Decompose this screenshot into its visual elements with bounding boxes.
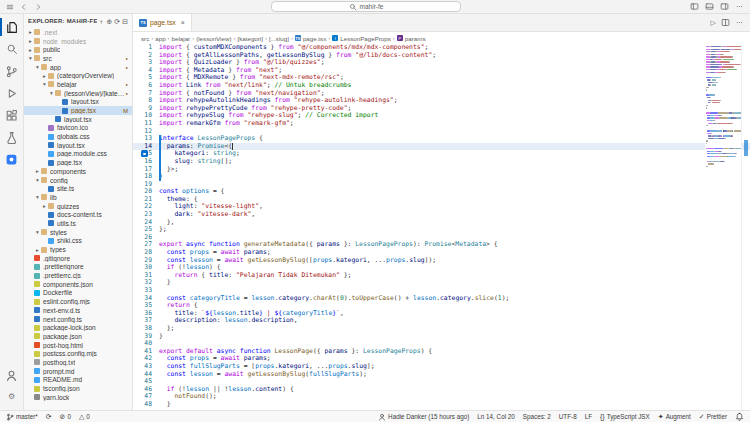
code-editor[interactable]: 1import { customMDXComponents } from "@/… xyxy=(133,44,750,410)
code-line-29[interactable]: 29 const lesson = await getLessonBySlug(… xyxy=(133,257,750,265)
code-line-18[interactable]: 18} xyxy=(133,173,750,181)
line-number[interactable]: 5 xyxy=(133,74,159,82)
tree-item-globals.css[interactable]: globals.css xyxy=(24,132,132,141)
tree-item-site.ts[interactable]: site.ts xyxy=(24,184,132,193)
breadcrumb--kategori-[interactable]: [kategori] xyxy=(237,35,262,42)
line-number[interactable]: 48 xyxy=(133,401,159,409)
tree-item-shiki.css[interactable]: shiki.css xyxy=(24,237,132,246)
more-icon[interactable] xyxy=(735,2,744,11)
code-line-46[interactable]: 46 if (!lesson || !lesson.content) { xyxy=(133,386,750,394)
code-line-31[interactable]: 31 return { title: "Pelajaran Tidak Dite… xyxy=(133,272,750,280)
close-icon[interactable]: × xyxy=(181,19,185,26)
tree-item-tsconfig.json[interactable]: tsconfig.json xyxy=(24,384,132,393)
line-number[interactable]: 1 xyxy=(133,44,159,52)
code-line-19[interactable]: 19 xyxy=(133,181,750,189)
code-line-32[interactable]: 32 } xyxy=(133,279,750,287)
tree-item-Dockerfile[interactable]: Dockerfile xyxy=(24,289,132,298)
collapse-all-icon[interactable]: ⊟ xyxy=(122,18,128,25)
line-number[interactable]: 2 xyxy=(133,52,159,60)
new-folder-icon[interactable]: ⊕ xyxy=(106,18,112,25)
breadcrumb--lessonView-[interactable]: (lessonView) xyxy=(196,35,231,42)
status-ln-14-col-20[interactable]: Ln 14, Col 20 xyxy=(477,413,514,420)
code-line-48[interactable]: 48 } xyxy=(133,401,750,409)
tree-item-package-lock.json[interactable]: package-lock.json xyxy=(24,323,132,332)
tree-item-components[interactable]: ▸components xyxy=(24,167,132,176)
forward-icon[interactable] xyxy=(34,3,42,11)
breadcrumb--...slug-[interactable]: [...slug] xyxy=(269,35,289,42)
tree-item-package.json[interactable]: package.json xyxy=(24,332,132,341)
tree-item-yarn.lock[interactable]: yarn.lock xyxy=(24,393,132,402)
line-number[interactable]: 3 xyxy=(133,59,159,67)
line-number[interactable]: 7 xyxy=(133,90,159,98)
tree-item-docs-content.ts[interactable]: docs-content.ts xyxy=(24,210,132,219)
split-editor-icon[interactable] xyxy=(721,18,730,27)
tree-item-layout.tsx[interactable]: layout.tsx xyxy=(24,141,132,150)
tree-item-.gitignore[interactable]: .gitignore xyxy=(24,254,132,263)
code-line-38[interactable]: 38 }; xyxy=(133,325,750,333)
tree-item-components.json[interactable]: components.json xyxy=(24,280,132,289)
tree-item-.prettierignore[interactable]: .prettierignore xyxy=(24,263,132,272)
breadcrumb-app[interactable]: app xyxy=(155,35,165,42)
status-lf[interactable]: LF xyxy=(585,413,592,420)
menu-icon[interactable] xyxy=(6,3,14,11)
tree-item-src[interactable]: ▾src● xyxy=(24,54,132,63)
activity-extensions-icon[interactable] xyxy=(0,104,24,126)
line-number[interactable]: 8 xyxy=(133,97,159,105)
tree-item-eslint.config.mjs[interactable]: eslint.config.mjs xyxy=(24,297,132,306)
run-icon[interactable]: ▷ xyxy=(711,19,716,26)
breadcrumb-LessonPageProps[interactable]: ILessonPageProps xyxy=(332,35,391,42)
code-line-16[interactable]: 16 slug: string[]; xyxy=(133,158,750,166)
tree-item-node-modules[interactable]: ▸node_modules xyxy=(24,37,132,46)
code-line-20[interactable]: 20const options = { xyxy=(133,188,750,196)
activity-search-icon[interactable] xyxy=(0,38,24,60)
activity-account-icon[interactable] xyxy=(0,364,24,386)
code-line-39[interactable]: 39} xyxy=(133,333,750,341)
tree-item-prompt.md[interactable]: prompt.md xyxy=(24,367,132,376)
code-line-44[interactable]: 44 const lesson = await getLessonBySlug(… xyxy=(133,371,750,379)
activity-run-debug-icon[interactable] xyxy=(0,82,24,104)
code-line-37[interactable]: 37 description: lesson.description, xyxy=(133,317,750,325)
line-number[interactable]: 4 xyxy=(133,67,159,75)
tree-item-next.config.ts[interactable]: next.config.ts xyxy=(24,315,132,324)
status-0[interactable]: △0 xyxy=(79,413,90,420)
minimap[interactable] xyxy=(705,44,741,410)
tree-item-page.tsx[interactable]: page.tsxM xyxy=(24,106,132,115)
activity-source-control-icon[interactable] xyxy=(0,60,24,82)
activity-settings-icon[interactable]: ⚙ xyxy=(0,386,24,408)
git-change-bar[interactable] xyxy=(159,135,161,181)
overview-ruler[interactable] xyxy=(741,44,750,410)
tree-item-.next[interactable]: ▸.next xyxy=(24,28,132,37)
tree-item-page.tsx[interactable]: page.tsx xyxy=(24,158,132,167)
tree-item-posthog.txt[interactable]: posthog.txt xyxy=(24,358,132,367)
tree-item-layout.tsx[interactable]: layout.tsx xyxy=(24,98,132,107)
layout-sidebar-right-icon[interactable] xyxy=(720,2,729,11)
activity-testing-icon[interactable] xyxy=(0,126,24,148)
code-line-23[interactable]: 23 dark: "vitesse-dark", xyxy=(133,211,750,219)
tree-item-config[interactable]: ▾config xyxy=(24,176,132,185)
status-typescript-jsx[interactable]: {}TypeScript JSX xyxy=(600,413,650,420)
code-line-11[interactable]: 11import remarkGfm from "remark-gfm"; xyxy=(133,120,750,128)
status-master[interactable]: master* xyxy=(6,413,38,421)
status-hadie-danker-15-hours-ago[interactable]: Hadie Danker (15 hours ago) xyxy=(378,413,469,421)
breadcrumb-src[interactable]: src xyxy=(141,35,149,42)
tab-page.tsx[interactable]: TSpage.tsx× xyxy=(133,14,192,31)
activity-augment-icon[interactable] xyxy=(0,148,24,170)
back-icon[interactable] xyxy=(20,3,28,11)
tree-item-README.md[interactable]: README.md xyxy=(24,376,132,385)
code-line-34[interactable]: 34 const categoryTitle = lesson.category… xyxy=(133,295,750,303)
tree-item-.prettierrc.cjs[interactable]: .prettierrc.cjs xyxy=(24,271,132,280)
code-line-47[interactable]: 47 notFound(); xyxy=(133,393,750,401)
status-sync[interactable]: ⟳ xyxy=(46,413,52,420)
new-file-icon[interactable]: ＋ xyxy=(97,18,104,25)
status-augment[interactable]: ✦Augment xyxy=(658,413,691,420)
refresh-icon[interactable]: ⟳ xyxy=(114,18,120,25)
layout-panel-icon[interactable] xyxy=(705,2,714,11)
tree-item-next-env.d.ts[interactable]: next-env.d.ts xyxy=(24,306,132,315)
activity-explorer-icon[interactable] xyxy=(0,16,24,38)
tree-item-favicon.ico[interactable]: favicon.ico xyxy=(24,124,132,133)
breadcrumb-belajar[interactable]: belajar xyxy=(172,35,191,42)
line-number[interactable]: 6 xyxy=(133,82,159,90)
tree-item-page.module.css[interactable]: page.module.css xyxy=(24,150,132,159)
code-line-24[interactable]: 24 }, xyxy=(133,219,750,227)
lightbulb-icon[interactable] xyxy=(141,150,148,157)
